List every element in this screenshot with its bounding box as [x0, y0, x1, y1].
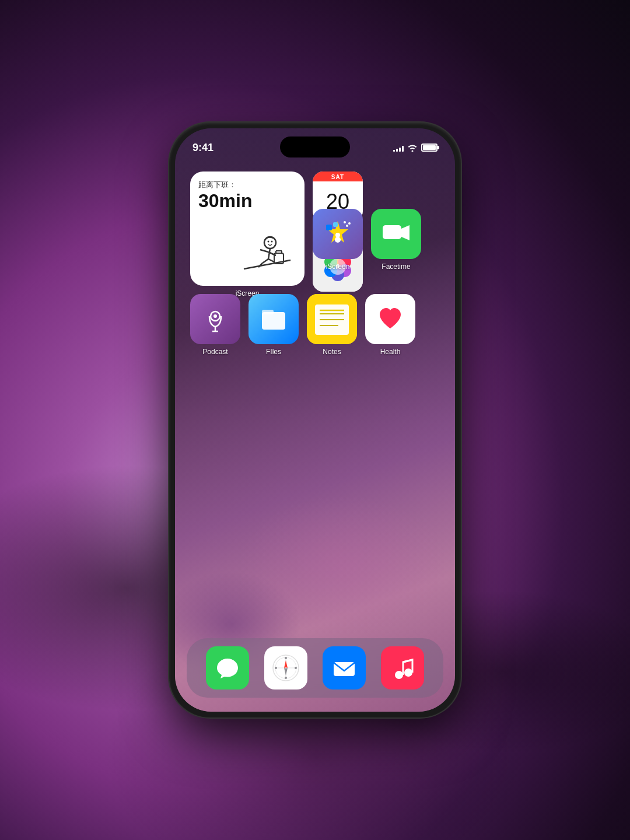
files-label: FIles	[266, 348, 281, 356]
svg-point-53	[275, 667, 277, 669]
health-icon[interactable]	[365, 294, 415, 344]
svg-point-51	[285, 657, 287, 659]
status-time: 9:41	[192, 142, 214, 154]
notes-icon[interactable]	[307, 294, 357, 344]
podcast-label: Podcast	[202, 348, 228, 356]
music-dock-icon[interactable]	[381, 646, 424, 690]
svg-point-24	[335, 237, 341, 243]
health-wrap[interactable]: Health	[365, 294, 415, 356]
svg-rect-27	[333, 222, 338, 227]
dock	[187, 638, 443, 698]
iscreen-small-label: iScreen	[326, 262, 350, 271]
wifi-icon	[407, 144, 418, 152]
podcast-icon[interactable]	[190, 294, 240, 344]
iscreen-small-wrap[interactable]: iScreen	[313, 209, 363, 271]
svg-point-3	[271, 241, 273, 243]
svg-point-34	[214, 314, 217, 318]
facetime-icon[interactable]	[371, 209, 421, 259]
facetime-wrap[interactable]: Facetime	[371, 209, 421, 271]
svg-point-25	[335, 233, 340, 237]
svg-line-5	[260, 250, 268, 252]
widget-subtitle: 距离下班：	[198, 180, 296, 190]
dynamic-island	[280, 136, 350, 158]
svg-rect-26	[326, 225, 332, 230]
app-grid: 距离下班： 30min	[175, 160, 455, 408]
app-row-3: Podcast FIles	[190, 294, 440, 356]
svg-line-58	[403, 660, 412, 662]
health-label: Health	[380, 348, 401, 356]
iscreen-widget-wrap[interactable]: 距离下班： 30min	[190, 172, 304, 298]
svg-point-2	[268, 241, 270, 243]
svg-marker-32	[401, 225, 410, 240]
signal-icon	[393, 144, 404, 152]
widget-illustration	[198, 212, 296, 278]
notes-wrap[interactable]: Notes	[307, 294, 357, 356]
svg-point-29	[344, 221, 346, 223]
iscreen-widget[interactable]: 距离下班： 30min	[190, 172, 304, 286]
calendar-day: SAT	[313, 172, 363, 181]
status-icons	[393, 144, 438, 152]
svg-rect-38	[262, 310, 274, 314]
svg-point-52	[285, 677, 287, 679]
svg-point-30	[348, 222, 351, 225]
svg-point-54	[295, 667, 297, 669]
files-icon[interactable]	[249, 294, 299, 344]
notes-label: Notes	[323, 348, 341, 356]
safari-dock-icon[interactable]	[264, 646, 307, 690]
svg-point-56	[395, 671, 403, 679]
svg-line-7	[262, 259, 268, 263]
app-row-2: iScreen Facetime	[313, 209, 440, 271]
files-wrap[interactable]: FIles	[249, 294, 299, 356]
facetime-label: Facetime	[382, 262, 410, 271]
widget-time: 30min	[198, 190, 296, 212]
phone-frame: 9:41	[169, 123, 461, 718]
svg-rect-55	[334, 662, 355, 676]
iscreen-small-icon[interactable]	[313, 209, 363, 259]
svg-rect-31	[383, 225, 401, 239]
messages-dock-icon[interactable]	[206, 646, 249, 690]
svg-line-9	[268, 259, 274, 262]
svg-line-4	[268, 249, 270, 259]
mail-dock-icon[interactable]	[323, 646, 366, 690]
svg-rect-37	[262, 312, 285, 330]
svg-point-28	[346, 225, 348, 227]
home-spacer	[175, 408, 455, 638]
podcast-wrap[interactable]: Podcast	[190, 294, 240, 356]
svg-point-57	[404, 668, 412, 677]
phone-screen: 9:41	[175, 128, 455, 712]
battery-icon	[421, 144, 438, 152]
